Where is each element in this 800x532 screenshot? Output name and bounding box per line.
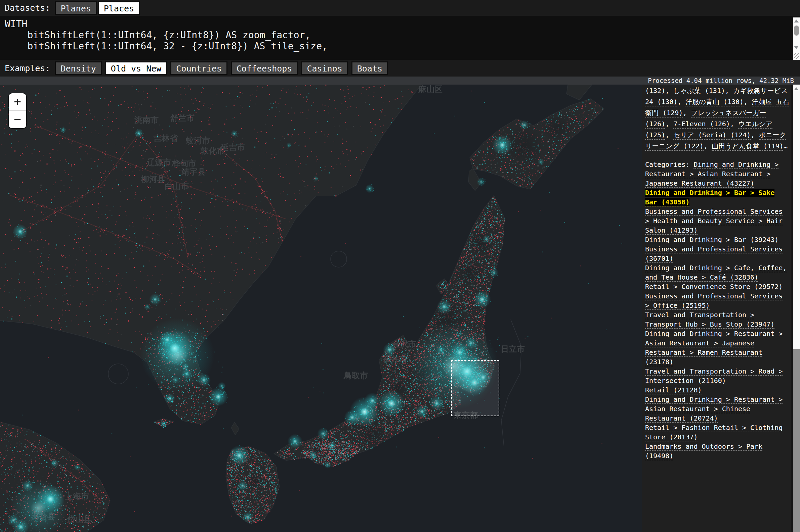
category-link[interactable]: Retail (21128) <box>645 386 702 394</box>
brand-separator: , <box>683 109 691 117</box>
brand-link[interactable]: セリア (Seria) (124) <box>673 131 751 139</box>
category-link[interactable]: Dining and Drinking > Bar (39243) <box>645 235 779 244</box>
category-link[interactable]: Dining and Drinking > Restaurant > Asian… <box>645 329 783 366</box>
datasets-label: Datasets: <box>5 3 50 13</box>
dataset-button-planes[interactable]: Planes <box>55 1 96 15</box>
results-sidebar: (132), しゃぶ葉 (131), カギ救急サービス24 (130), 洋服の… <box>642 84 793 532</box>
map[interactable]: + − <box>0 84 642 532</box>
categories-label: Categories: <box>645 160 694 169</box>
brand-separator: , <box>665 131 673 139</box>
dataset-button-places[interactable]: Places <box>98 1 140 15</box>
page-scrollbar[interactable] <box>793 84 800 532</box>
example-button-casinos[interactable]: Casinos <box>301 61 348 75</box>
map-selection-rectangle[interactable] <box>451 360 499 416</box>
scroll-down-icon[interactable] <box>794 46 799 49</box>
page-scrollbar-thumb[interactable] <box>793 349 800 532</box>
brand-link[interactable]: しゃぶ葉 (131) <box>673 87 725 95</box>
category-link-highlighted[interactable]: Dining and Drinking > Bar > Sake Bar (43… <box>645 189 775 206</box>
textarea-resize-grip-icon[interactable] <box>793 51 800 60</box>
brand-separator: , <box>677 98 686 106</box>
zoom-in-button[interactable]: + <box>9 93 26 111</box>
brand-separator: , <box>744 98 752 106</box>
example-button-coffeeshops[interactable]: Coffeeshops <box>231 61 298 75</box>
brand-separator: , <box>751 131 759 139</box>
category-link[interactable]: Business and Professional Services > Hea… <box>645 207 783 234</box>
category-link[interactable]: Business and Professional Services (3670… <box>645 245 783 263</box>
category-link[interactable]: Dining and Drinking > Restaurant > Asian… <box>645 395 783 422</box>
examples-toolbar: Examples: DensityOld vs NewCountriesCoff… <box>0 60 800 77</box>
brand-separator: , <box>704 142 712 150</box>
example-button-countries[interactable]: Countries <box>170 61 227 75</box>
sql-code-text[interactable]: WITH bitShiftLeft(1::UInt64, {z:UInt8}) … <box>0 16 800 52</box>
example-button-old-vs-new[interactable]: Old vs New <box>105 61 167 75</box>
scroll-up-icon[interactable] <box>794 19 799 22</box>
category-link[interactable]: Dining and Drinking > Cafe, Coffee, and … <box>645 264 786 281</box>
brand-link[interactable]: 洋服の青山 (130) <box>686 98 744 106</box>
brand-link[interactable]: 7-Eleven (126) <box>673 120 730 128</box>
top-categories-list: Categories: Dining and Drinking > Restau… <box>645 160 789 460</box>
brand-separator: , <box>665 87 673 95</box>
examples-button-group: DensityOld vs NewCountriesCoffeeshopsCas… <box>55 61 388 75</box>
category-link[interactable]: Travel and Transportation > Road > Inter… <box>645 367 783 385</box>
category-link[interactable]: Business and Professional Services > Off… <box>645 292 783 309</box>
brand-link[interactable]: 山田うどん食堂 (119) <box>712 142 784 150</box>
example-button-density[interactable]: Density <box>55 61 102 75</box>
brand-link[interactable]: (132) <box>645 87 665 95</box>
example-button-boats[interactable]: Boats <box>351 61 388 75</box>
datasets-toolbar: Datasets: PlanesPlaces <box>0 0 800 16</box>
category-link[interactable]: Retail > Convenience Store (29572) <box>645 283 783 291</box>
category-link[interactable]: Travel and Transportation > Transport Hu… <box>645 311 775 328</box>
examples-label: Examples: <box>5 63 50 73</box>
datasets-button-group: PlanesPlaces <box>55 1 140 15</box>
top-brands-list: (132), しゃぶ葉 (131), カギ救急サービス24 (130), 洋服の… <box>645 85 789 152</box>
zoom-out-button[interactable]: − <box>9 111 26 128</box>
brands-ellipsis: … <box>784 142 787 150</box>
map-zoom-control: + − <box>9 93 26 128</box>
map-canvas[interactable] <box>0 84 642 532</box>
brand-separator: , <box>725 87 733 95</box>
brand-separator: , <box>730 120 738 128</box>
category-link[interactable]: Landmarks and Outdoors > Park (19498) <box>645 442 762 460</box>
scroll-up-icon[interactable] <box>794 87 799 90</box>
sql-scrollbar-thumb[interactable] <box>794 25 799 36</box>
brand-separator: , <box>665 120 673 128</box>
query-status-text: Processed 4.04 million rows, 42.32 MiB <box>0 77 800 84</box>
sql-editor-scrollbar[interactable] <box>793 17 800 51</box>
category-link[interactable]: Retail > Fashion Retail > Clothing Store… <box>645 423 783 441</box>
sql-editor[interactable]: WITH bitShiftLeft(1::UInt64, {z:UInt8}) … <box>0 16 800 60</box>
